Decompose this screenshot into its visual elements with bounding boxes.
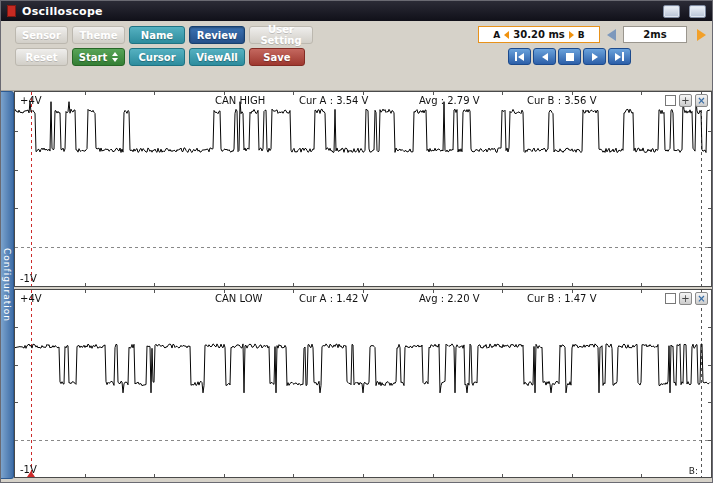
close-icon[interactable]: × (695, 292, 708, 305)
average-readout: Avg : 2.20 V (419, 293, 480, 304)
voltage-top-label: +4V (20, 293, 42, 304)
average-readout: Avg : 2.79 V (419, 95, 480, 106)
voltage-bottom-label: -1V (20, 273, 37, 284)
app-logo-icon (7, 5, 16, 17)
stop-icon (566, 53, 574, 61)
step-back-icon (542, 53, 548, 61)
start-button-label: Start (79, 52, 107, 63)
save-button[interactable]: Save (249, 48, 305, 66)
skip-start-icon (515, 52, 517, 61)
review-button[interactable]: Review (189, 26, 245, 44)
channel-checkbox[interactable] (665, 95, 676, 106)
close-icon[interactable]: × (695, 94, 708, 107)
cursor-a-bottom-marker-icon[interactable] (27, 471, 35, 477)
waveform-canvas-can-high[interactable] (15, 92, 711, 286)
screen-menu-icon[interactable] (689, 5, 706, 18)
signal-name-label: CAN LOW (215, 293, 262, 304)
channel-checkbox[interactable] (665, 293, 676, 304)
timebase-value[interactable]: 2ms (623, 26, 687, 43)
zoom-plus-icon[interactable]: + (679, 94, 692, 107)
oscilloscope-app: Oscilloscope Sensor Theme Name Review Us… (0, 0, 713, 483)
voltage-top-label: +4V (20, 95, 42, 106)
cursor-a-label: A (493, 30, 500, 40)
screen-split-icon[interactable] (663, 5, 680, 18)
user-setting-button[interactable]: User Setting (249, 26, 313, 44)
sensor-button[interactable]: Sensor (15, 26, 68, 44)
zoom-plus-icon[interactable]: + (679, 292, 692, 305)
cursor-delta-readout: A 30.20 ms B (478, 26, 600, 43)
configuration-tab[interactable]: Configuration (1, 91, 14, 479)
name-button[interactable]: Name (129, 26, 185, 44)
timebase-decrease-button[interactable] (603, 27, 619, 42)
skip-start-icon-tri (518, 53, 524, 61)
skip-end-button[interactable] (608, 48, 631, 65)
cursor-b-marker-icon (569, 31, 574, 39)
skip-end-icon-bar (622, 52, 624, 61)
reset-button[interactable]: Reset (15, 48, 68, 66)
title-bar: Oscilloscope (1, 1, 712, 21)
theme-button[interactable]: Theme (72, 26, 125, 44)
step-back-button[interactable] (533, 48, 556, 65)
cursor-delta-value: 30.20 ms (513, 29, 564, 40)
viewall-button[interactable]: ViewAll (189, 48, 245, 66)
cursor-button[interactable]: Cursor (129, 48, 185, 66)
toolbar: Sensor Theme Name Review User Setting Re… (1, 21, 712, 91)
cursor-b-bottom-label: B: (689, 466, 698, 476)
start-spinner-icon (112, 52, 118, 62)
scope-area: +4V CAN HIGH Cur A : 3.54 V Avg : 2.79 V… (14, 91, 713, 479)
start-button[interactable]: Start (72, 48, 125, 66)
skip-end-icon (615, 53, 621, 61)
scope-panel-can-low: +4V CAN LOW Cur A : 1.42 V Avg : 2.20 V … (14, 289, 712, 478)
waveform-canvas-can-low[interactable] (15, 290, 711, 477)
cursor-a-readout: Cur A : 3.54 V (299, 95, 368, 106)
stop-button[interactable] (558, 48, 581, 65)
cursor-b-readout: Cur B : 1.47 V (527, 293, 596, 304)
cursor-b-label: B (578, 30, 585, 40)
skip-start-button[interactable] (508, 48, 531, 65)
scope-panel-can-high: +4V CAN HIGH Cur A : 3.54 V Avg : 2.79 V… (14, 91, 712, 287)
play-button[interactable] (583, 48, 606, 65)
cursor-a-readout: Cur A : 1.42 V (299, 293, 368, 304)
right-arrow-icon (697, 29, 706, 41)
play-icon (592, 53, 598, 61)
cursor-a-marker-icon (504, 31, 509, 39)
cursor-b-readout: Cur B : 3.56 V (527, 95, 596, 106)
signal-name-label: CAN HIGH (215, 95, 265, 106)
panel-controls: + × (665, 292, 708, 305)
timebase-increase-button[interactable] (693, 27, 709, 42)
left-arrow-icon (607, 29, 616, 41)
panel-controls: + × (665, 94, 708, 107)
window-title: Oscilloscope (22, 5, 654, 18)
